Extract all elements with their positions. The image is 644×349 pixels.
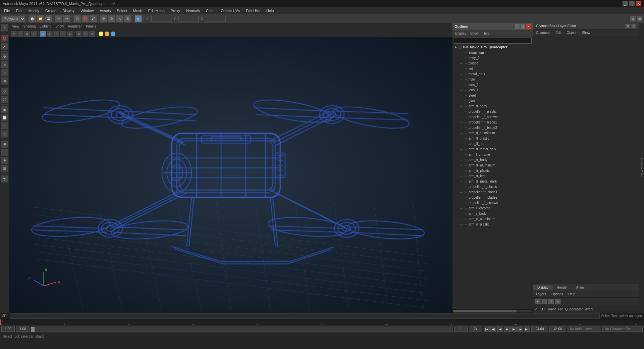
list-item[interactable]: — ○ propeller_fr_plastic bbox=[452, 184, 533, 189]
list-item[interactable]: — ○ arm_fr_aluminium bbox=[452, 162, 533, 168]
undo-btn[interactable]: ↩ bbox=[55, 15, 62, 22]
menu-file[interactable]: File bbox=[1, 8, 13, 13]
list-item[interactable]: — ○ arm_fl_metal_dark bbox=[452, 146, 533, 152]
list-item[interactable]: — ○ propeller_fl_blade2 bbox=[452, 125, 533, 130]
ltab-options[interactable]: Options bbox=[550, 292, 564, 297]
range-start-input[interactable] bbox=[1, 327, 15, 332]
hud-btn[interactable]: H bbox=[83, 31, 89, 37]
redo-btn[interactable]: ↪ bbox=[63, 15, 70, 22]
channel-box-icon-2[interactable]: ≡ bbox=[631, 24, 636, 29]
menu-create-uvs[interactable]: Create UVs bbox=[218, 8, 243, 13]
scale-btn[interactable]: ⤡ bbox=[116, 15, 123, 22]
wireframe-btn[interactable]: W bbox=[40, 31, 46, 37]
sculpt-btn[interactable]: ◯ bbox=[1, 96, 8, 103]
soft-mod-btn[interactable]: ⬡ bbox=[1, 88, 8, 95]
viewport-menu-lighting[interactable]: Lighting bbox=[38, 24, 53, 29]
viewport-menu-panels[interactable]: Panels bbox=[85, 24, 98, 29]
current-frame-input[interactable] bbox=[16, 327, 30, 332]
transform-btn[interactable]: ⊞ bbox=[124, 15, 131, 22]
range-track[interactable] bbox=[31, 327, 453, 332]
list-item[interactable]: — ○ body_1 bbox=[452, 55, 533, 60]
viewport-3d[interactable]: x y z bbox=[9, 38, 452, 313]
smooth-btn[interactable]: S bbox=[47, 31, 53, 37]
list-item[interactable]: — ○ arm_fl_plastic bbox=[452, 136, 533, 141]
list-item[interactable]: — ○ propeller_fr_blade1 bbox=[452, 189, 533, 195]
delete-layer-btn[interactable]: - bbox=[541, 299, 547, 304]
outliner-close[interactable]: ✕ bbox=[526, 24, 531, 29]
go-start-btn[interactable]: |◀ bbox=[484, 327, 490, 332]
move-tool-btn[interactable]: ✛ bbox=[1, 53, 8, 60]
list-item[interactable]: — ○ propeller_fr_blade2 bbox=[452, 195, 533, 200]
menu-edit-mesh[interactable]: Edit Mesh bbox=[146, 8, 167, 13]
menu-help[interactable]: Help bbox=[264, 8, 277, 13]
step-back-btn[interactable]: ◀| bbox=[490, 327, 496, 332]
menu-mesh[interactable]: Mesh bbox=[130, 8, 145, 13]
list-item[interactable]: — ○ arm_l_chrome bbox=[452, 152, 533, 157]
list-item[interactable]: — ○ arm_fr_body bbox=[452, 157, 533, 162]
lasso-btn[interactable]: ⭕ bbox=[82, 15, 89, 22]
btab-render[interactable]: Render bbox=[553, 285, 572, 290]
outliner-hscrollbar[interactable] bbox=[452, 309, 533, 313]
step-fwd-btn[interactable]: |▶ bbox=[517, 327, 523, 332]
timeline-ruler[interactable]: 1 3 5 8 10 13 15 18 20 23 24 bbox=[0, 319, 644, 325]
ltab-help[interactable]: Help bbox=[567, 292, 577, 297]
outliner-root-item[interactable]: ▶ ⬡ DJI_Mavic_Pro_Quadcopter bbox=[452, 44, 533, 50]
list-item[interactable]: — ○ arm_fl_aluminium bbox=[452, 130, 533, 136]
list-item[interactable]: — ○ hole bbox=[452, 77, 533, 82]
list-item[interactable]: — ○ propeller_fl_blade1 bbox=[452, 119, 533, 125]
menu-normals[interactable]: Normals bbox=[183, 8, 203, 13]
paint-btn[interactable]: 🖌 bbox=[90, 15, 97, 22]
menu-edit-uvs[interactable]: Edit UVs bbox=[243, 8, 263, 13]
cam-top-btn[interactable]: T bbox=[31, 31, 37, 37]
menu-edit[interactable]: Edit bbox=[13, 8, 25, 13]
menu-proxy[interactable]: Proxy bbox=[168, 8, 183, 13]
outliner-search[interactable] bbox=[454, 38, 532, 44]
home-btn[interactable]: 🏠 bbox=[29, 15, 36, 22]
rotate-btn[interactable]: ↻ bbox=[108, 15, 115, 22]
universal-tool-btn[interactable]: ⊞ bbox=[1, 77, 8, 85]
list-item[interactable]: — ○ arm_fr_metal_dark bbox=[452, 179, 533, 184]
list-item[interactable]: — ○ arm_r_chrome bbox=[452, 205, 533, 211]
scale-tool-btn[interactable]: ⤡ bbox=[1, 69, 8, 77]
menu-display[interactable]: Display bbox=[60, 8, 77, 13]
show-manipulator-btn[interactable]: ◈ bbox=[135, 15, 142, 22]
open-btn[interactable]: 📁 bbox=[37, 15, 44, 22]
flat-btn[interactable]: F bbox=[53, 31, 59, 37]
viewport-menu-shading[interactable]: Shading bbox=[22, 24, 37, 29]
outliner-minimize[interactable]: _ bbox=[515, 24, 520, 29]
menu-assets[interactable]: Assets bbox=[97, 8, 113, 13]
grid-btn[interactable]: ⊞ bbox=[637, 16, 643, 22]
grid-show-btn[interactable]: G bbox=[76, 31, 82, 37]
list-item[interactable]: — ○ propeller_fl_screws bbox=[452, 114, 533, 119]
btab-display[interactable]: Display bbox=[533, 285, 553, 290]
anim-layer-selector[interactable]: No Anim Layer bbox=[568, 327, 601, 332]
play-back-btn[interactable]: ◀ bbox=[497, 327, 503, 332]
select-tool-btn[interactable]: ↖ bbox=[1, 24, 8, 32]
paint-sel-btn[interactable]: 🖌 bbox=[1, 43, 8, 50]
viewport-menu-view[interactable]: View bbox=[11, 24, 21, 29]
move-btn[interactable]: ✛ bbox=[100, 15, 107, 22]
list-item[interactable]: — ○ arm_rl_plastic bbox=[452, 221, 533, 227]
select-btn[interactable]: ⬡ bbox=[73, 15, 81, 22]
layer-refresh-btn[interactable]: ↻ bbox=[555, 299, 561, 304]
cam-side-btn[interactable]: S bbox=[24, 31, 30, 37]
maximize-button[interactable]: □ bbox=[629, 1, 635, 6]
go-end-btn[interactable]: ▶| bbox=[524, 327, 530, 332]
camera-btn[interactable]: 📷 bbox=[1, 175, 8, 183]
list-item[interactable]: — ○ arm_fr_led bbox=[452, 173, 533, 179]
extrude-btn[interactable]: ▣ bbox=[1, 106, 8, 113]
attribute-editor-tab[interactable]: Attribute Editor bbox=[639, 23, 644, 313]
z-input[interactable] bbox=[206, 16, 226, 22]
list-item[interactable]: — ○ arm_fl_led bbox=[452, 141, 533, 146]
list-item[interactable]: — ○ lens_1 bbox=[452, 87, 533, 93]
snap-grid-btn[interactable]: ⊞ bbox=[1, 141, 8, 148]
fps2-input[interactable] bbox=[549, 327, 566, 332]
cam-persp-btn[interactable]: P bbox=[11, 31, 17, 37]
wedge-btn[interactable]: △ bbox=[1, 130, 8, 138]
list-item[interactable]: — ○ arm_fl_body bbox=[452, 103, 533, 109]
cam-front-btn[interactable]: F bbox=[17, 31, 23, 37]
fps-input[interactable] bbox=[531, 327, 548, 332]
outliner-maximize[interactable]: □ bbox=[521, 24, 525, 29]
lights-btn[interactable]: L bbox=[67, 31, 73, 37]
viewport-menu-renderer[interactable]: Renderer bbox=[66, 24, 83, 29]
